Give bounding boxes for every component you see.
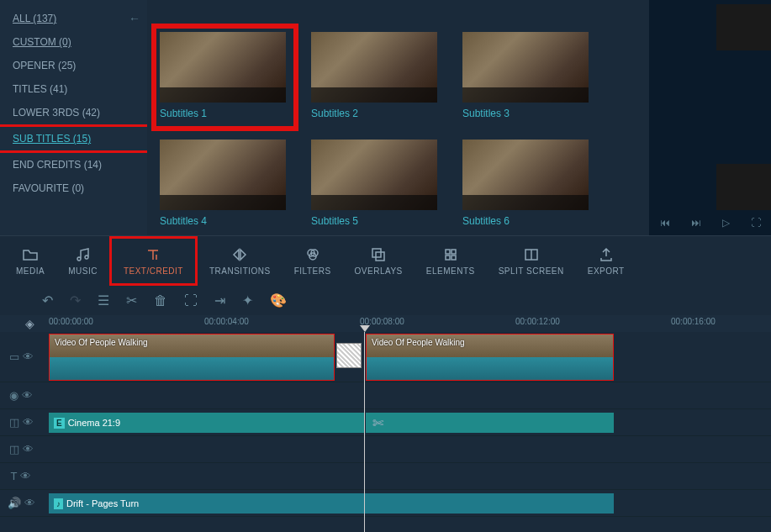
preview-thumbnail — [716, 164, 771, 210]
import-icon[interactable]: ⇥ — [214, 292, 225, 308]
tab-label: TRANSITIONS — [209, 266, 271, 276]
color-icon[interactable]: 🎨 — [270, 292, 287, 308]
thumbnail-image — [160, 32, 286, 103]
thumbnail-subtitles-1[interactable]: Subtitles 1 — [151, 24, 298, 131]
tab-media[interactable]: MEDIA — [4, 236, 56, 286]
filters-icon — [304, 246, 321, 263]
sidebar-item-all[interactable]: ALL (137) — [0, 7, 147, 30]
visibility-icon[interactable]: 👁 — [22, 389, 33, 402]
svg-rect-4 — [376, 252, 384, 261]
tab-text-credit[interactable]: TEXT/CREDIT — [109, 236, 198, 286]
thumbnail-label: Subtitles 6 — [462, 215, 593, 227]
tab-label: OVERLAYS — [355, 266, 403, 276]
crop-icon[interactable]: ⛶ — [184, 293, 198, 308]
timeline-ruler[interactable]: ◈ 00:00:00:00 00:00:04:00 00:00:08:00 00… — [0, 315, 771, 332]
overlay-track-icon[interactable]: ◫ — [9, 416, 19, 429]
thumbnail-image — [311, 32, 437, 103]
preview-panel: ⏮ ⏭ ▷ ⛶ — [649, 0, 771, 235]
timeline-toolbar: ↶ ↷ ☰ ✂ 🗑 ⛶ ⇥ ✦ 🎨 — [0, 286, 771, 315]
visibility-icon[interactable]: 👁 — [23, 350, 34, 363]
play-icon[interactable]: ▷ — [722, 217, 730, 229]
visibility-icon[interactable]: 👁 — [23, 416, 34, 429]
music-icon — [75, 246, 92, 263]
thumbnail-subtitles-3[interactable]: Subtitles 3 — [462, 32, 593, 123]
visibility-icon[interactable]: 👁 — [24, 497, 35, 509]
tab-music[interactable]: MUSIC — [56, 236, 109, 286]
thumbnail-label: Subtitles 4 — [160, 215, 290, 227]
visibility-icon[interactable]: 👁 — [23, 443, 34, 456]
tab-filters[interactable]: FILTERS — [283, 236, 343, 286]
scissors-icon: ✄ — [372, 415, 383, 431]
effect-track-icon[interactable]: ◉ — [9, 389, 18, 402]
prev-frame-icon[interactable]: ⏮ — [660, 217, 670, 229]
tabs-bar: MEDIA MUSIC TEXT/CREDIT TRANSITIONS FILT… — [0, 235, 771, 286]
svg-rect-8 — [452, 255, 456, 260]
wand-icon[interactable]: ✦ — [242, 292, 253, 308]
categories-sidebar: ← ALL (137) CUSTOM (0) OPENER (25) TITLE… — [0, 0, 147, 235]
sidebar-item-endcredits[interactable]: END CREDITS (14) — [0, 153, 147, 176]
tab-label: EXPORT — [588, 266, 625, 276]
thumbnail-label: Subtitles 2 — [311, 108, 441, 119]
effect-track-1: ◉ 👁 — [0, 382, 771, 409]
delete-icon[interactable]: 🗑 — [154, 293, 167, 308]
video-track-icon[interactable]: ▭ — [9, 350, 19, 363]
tab-overlays[interactable]: OVERLAYS — [343, 236, 415, 286]
tab-transitions[interactable]: TRANSITIONS — [198, 236, 283, 286]
tab-label: MEDIA — [16, 266, 45, 276]
audio-label: Drift - Pages Turn — [66, 498, 139, 508]
svg-rect-5 — [446, 250, 450, 254]
video-clip-2[interactable]: Video Of People Walking — [366, 334, 614, 381]
split-icon — [523, 246, 540, 263]
ruler-tick: 00:00:12:00 — [515, 317, 560, 326]
tab-elements[interactable]: ELEMENTS — [415, 236, 487, 286]
svg-rect-7 — [446, 255, 450, 260]
thumbnail-label: Subtitles 1 — [160, 108, 290, 119]
video-track: ▭ 👁 Video Of People Walking Video Of Peo… — [0, 332, 771, 382]
tab-label: MUSIC — [68, 266, 98, 276]
sidebar-item-opener[interactable]: OPENER (25) — [0, 54, 147, 77]
clip-label: Video Of People Walking — [372, 338, 465, 347]
undo-icon[interactable]: ↶ — [42, 292, 53, 308]
sidebar-item-subtitles[interactable]: SUB TITLES (15) — [0, 124, 150, 153]
tab-export[interactable]: EXPORT — [576, 236, 636, 286]
audio-clip-drift[interactable]: ♪ Drift - Pages Turn — [49, 493, 614, 514]
thumbnail-subtitles-2[interactable]: Subtitles 2 — [311, 32, 441, 123]
playhead[interactable] — [364, 332, 365, 532]
redo-icon[interactable]: ↷ — [70, 292, 81, 308]
folder-icon — [22, 246, 39, 263]
preview-thumbnail — [716, 4, 771, 50]
next-frame-icon[interactable]: ⏭ — [691, 217, 701, 229]
sidebar-item-lower3rds[interactable]: LOWER 3RDS (42) — [0, 101, 147, 124]
sidebar-item-custom[interactable]: CUSTOM (0) — [0, 30, 147, 54]
video-clip-1[interactable]: Video Of People Walking — [49, 334, 335, 381]
timeline-marker-icon[interactable]: ◈ — [25, 317, 34, 330]
sidebar-item-favourite[interactable]: FAVOURITE (0) — [0, 176, 147, 200]
fullscreen-icon[interactable]: ⛶ — [751, 217, 761, 229]
tab-split-screen[interactable]: SPLIT SCREEN — [487, 236, 576, 286]
clip-transition-handle[interactable] — [336, 343, 362, 368]
tab-label: FILTERS — [294, 266, 331, 276]
effect-clip-cinema[interactable]: E Cinema 21:9 — [49, 413, 364, 433]
track-icon[interactable]: ◫ — [9, 443, 19, 456]
elements-icon — [442, 246, 459, 263]
back-arrow-icon[interactable]: ← — [129, 12, 140, 25]
thumbnail-subtitles-6[interactable]: Subtitles 6 — [462, 140, 593, 227]
settings-icon[interactable]: ☰ — [98, 292, 109, 308]
tab-label: SPLIT SCREEN — [499, 266, 564, 276]
text-track-icon[interactable]: T — [11, 470, 18, 482]
visibility-icon[interactable]: 👁 — [20, 470, 31, 482]
empty-track: ◫ 👁 — [0, 436, 771, 463]
svg-rect-6 — [452, 250, 456, 254]
split-clip[interactable]: ✄ — [366, 413, 614, 433]
thumbnail-subtitles-5[interactable]: Subtitles 5 — [311, 140, 441, 227]
effect-track-2: ◫ 👁 E Cinema 21:9 ✄ — [0, 409, 771, 436]
cut-icon[interactable]: ✂ — [126, 292, 137, 308]
tab-label: TEXT/CREDIT — [124, 266, 183, 276]
export-icon — [598, 246, 615, 263]
text-track: T 👁 — [0, 463, 771, 490]
transitions-icon — [231, 246, 248, 263]
sidebar-item-titles[interactable]: TITLES (41) — [0, 77, 147, 101]
audio-track-icon[interactable]: 🔊 — [8, 497, 21, 509]
ruler-tick: 00:00:00:00 — [49, 317, 93, 326]
thumbnail-subtitles-4[interactable]: Subtitles 4 — [160, 140, 290, 227]
